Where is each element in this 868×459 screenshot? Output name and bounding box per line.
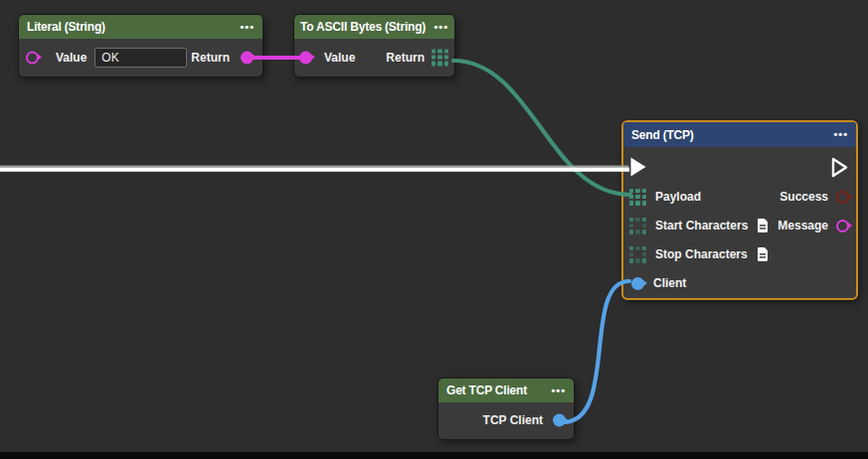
return-output-grid-port-icon[interactable] [432, 49, 448, 66]
node-title: To ASCII Bytes (String) [300, 20, 426, 34]
return-port-label: Return [386, 51, 425, 65]
flow-row [629, 156, 849, 178]
node-to-ascii-bytes[interactable]: To ASCII Bytes (String) ••• Value Return [293, 14, 455, 77]
value-port-label: Value [56, 51, 87, 65]
wire-ascii-return-to-payload[interactable] [453, 61, 630, 195]
port-row: Start Characters Message [629, 215, 849, 236]
node-body: TCP Client [438, 402, 574, 438]
return-output-port-icon[interactable] [241, 51, 254, 64]
node-body: Payload Success Start Characters [623, 147, 856, 298]
success-port-label: Success [780, 190, 828, 204]
client-input-port-icon[interactable] [631, 277, 644, 290]
flow-out-icon[interactable] [830, 156, 849, 179]
menu-dots-icon[interactable]: ••• [434, 22, 448, 33]
value-text-input[interactable] [94, 48, 187, 68]
value-port-label: Value [324, 51, 355, 65]
payload-port-label: Payload [655, 190, 701, 204]
node-header[interactable]: To ASCII Bytes (String) ••• [294, 15, 454, 39]
default-value-document-icon[interactable] [757, 247, 769, 261]
stop-characters-port-label: Stop Characters [655, 247, 748, 261]
value-input-port-icon[interactable] [26, 51, 39, 64]
node-body: Value Return [294, 39, 454, 76]
message-port-label: Message [778, 219, 828, 232]
node-header[interactable]: Get TCP Client ••• [438, 379, 574, 402]
node-title: Literal (String) [27, 20, 105, 34]
start-characters-input-grid-port-icon[interactable] [629, 218, 646, 234]
menu-dots-icon[interactable]: ••• [240, 22, 255, 33]
payload-input-grid-port-icon[interactable] [629, 189, 646, 206]
window-bottom-edge [0, 452, 868, 459]
return-port-label: Return [191, 51, 230, 65]
menu-dots-icon[interactable]: ••• [833, 129, 848, 140]
menu-dots-icon[interactable]: ••• [551, 385, 566, 396]
port-row: Stop Characters [629, 243, 849, 265]
default-value-document-icon[interactable] [757, 219, 769, 232]
node-get-tcp-client[interactable]: Get TCP Client ••• TCP Client [437, 378, 575, 440]
node-header[interactable]: Literal (String) ••• [19, 15, 262, 39]
port-row: Client [629, 272, 849, 294]
node-literal-string[interactable]: Literal (String) ••• Value Return [18, 14, 263, 77]
node-body: Value Return [19, 39, 262, 76]
message-output-port-icon[interactable] [836, 220, 849, 232]
flow-in-icon[interactable] [629, 156, 647, 178]
tcp-client-port-label: TCP Client [483, 413, 543, 427]
success-output-port-icon[interactable] [836, 191, 849, 204]
start-characters-port-label: Start Characters [655, 219, 748, 232]
node-title: Get TCP Client [446, 383, 527, 397]
node-send-tcp[interactable]: Send (TCP) ••• [621, 120, 858, 300]
node-title: Send (TCP) [631, 128, 694, 142]
port-row: Payload Success [629, 186, 849, 208]
value-input-port-icon[interactable] [299, 51, 312, 64]
node-editor-canvas[interactable]: Literal (String) ••• Value Return To ASC… [0, 0, 868, 459]
client-port-label: Client [653, 276, 686, 290]
tcp-client-output-port-icon[interactable] [553, 414, 566, 427]
stop-characters-input-grid-port-icon[interactable] [629, 246, 646, 263]
node-header[interactable]: Send (TCP) ••• [623, 122, 856, 147]
